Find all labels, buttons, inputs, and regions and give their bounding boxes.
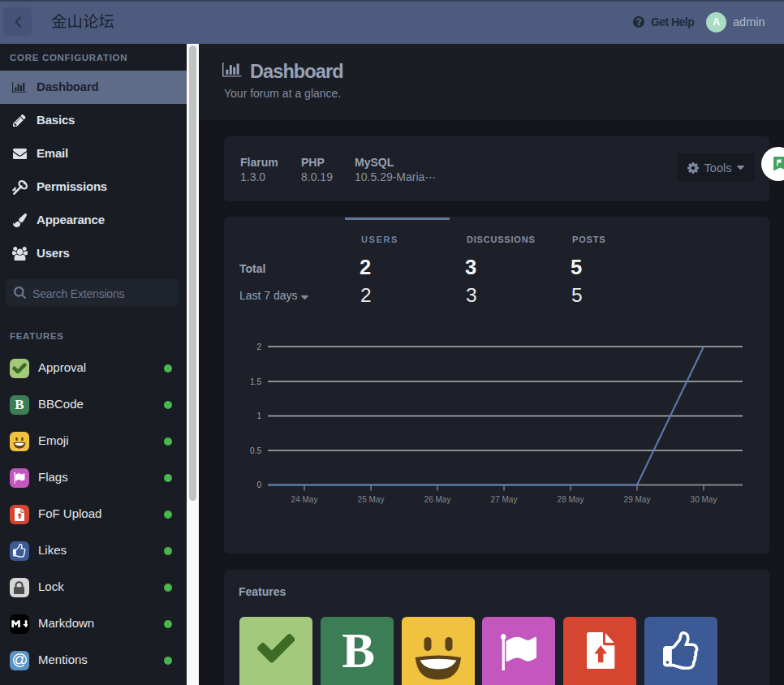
svg-text:24 May: 24 May (291, 495, 318, 504)
svg-text:28 May: 28 May (558, 495, 584, 504)
svg-text:1: 1 (256, 411, 261, 420)
svg-text:1.5: 1.5 (250, 377, 261, 386)
svg-text:25 May: 25 May (358, 495, 385, 504)
svg-text:29 May: 29 May (624, 495, 651, 504)
svg-text:30 May: 30 May (691, 495, 717, 504)
svg-text:2: 2 (256, 342, 261, 351)
svg-text:27 May: 27 May (491, 495, 518, 504)
svg-text:0: 0 (256, 480, 261, 489)
svg-text:26 May: 26 May (424, 495, 451, 504)
svg-text:0.5: 0.5 (250, 446, 261, 455)
